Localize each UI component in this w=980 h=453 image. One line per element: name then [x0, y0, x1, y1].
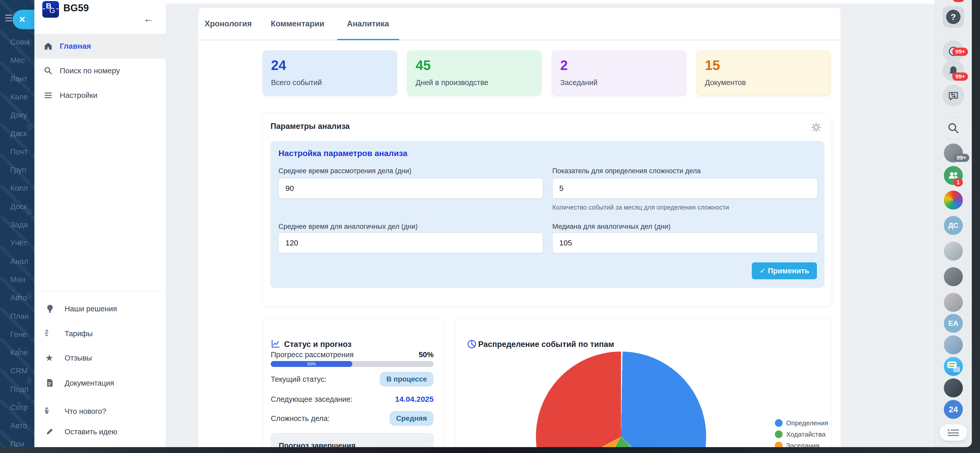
background-menu-item: Анал [10, 257, 29, 266]
complexity-badge: Средняя [390, 411, 434, 426]
sidebar-item-settings[interactable]: Настройки [34, 83, 165, 108]
legend-item: Определения [775, 417, 828, 429]
question-circle-icon: ? [45, 406, 55, 416]
pie-chart [536, 352, 706, 447]
sidebar-item-our-solutions[interactable]: Наши решения [34, 298, 165, 319]
rail-divider [945, 139, 961, 139]
complexity-indicator-input[interactable] [552, 178, 818, 199]
background-menu-item: План [10, 312, 29, 320]
legend-dot-icon [775, 431, 783, 438]
legend-label: Ходатайства [786, 431, 826, 439]
tab-analytics[interactable]: Аналитика [347, 8, 389, 40]
user-avatar-EA[interactable]: EA [944, 314, 963, 333]
hamburger-menu-icon[interactable] [5, 14, 12, 23]
stat-label: Всего событий [271, 78, 322, 87]
background-menu-item: Сотр [10, 403, 28, 412]
messenger-icon[interactable]: 99+ [943, 85, 964, 106]
tab-chronology[interactable]: Хронология [205, 8, 252, 40]
sidebar-item-label: Поиск по номеру [60, 67, 120, 75]
sidebar-item-tariffs[interactable]: $ Тарифы [34, 323, 165, 344]
user-avatar[interactable] [944, 336, 963, 354]
sidebar-item-label: Главная [60, 42, 91, 51]
sidebar-item-label: Что нового? [65, 407, 106, 416]
background-menu-item: Кале [10, 348, 28, 357]
stat-label: Документов [705, 78, 746, 87]
tab-comments[interactable]: Комментарии [271, 8, 325, 40]
section-title: Параметры анализа [270, 122, 350, 131]
check-icon: ✓ [759, 267, 766, 275]
stat-card-total-events: 24 Всего событий [262, 51, 397, 95]
background-menu-item: При [10, 440, 24, 447]
menu-lines-icon [44, 91, 53, 100]
right-rail: ?2199+99+99+1ДСEA24 [934, 0, 972, 447]
field-label: Среднее время рассмотрения дела (дни) [278, 167, 412, 175]
background-menu-item: Мон [10, 275, 25, 284]
user-avatar-24[interactable]: 24 [944, 400, 963, 419]
user-avatar-ДС[interactable]: ДС [944, 216, 963, 235]
progress-bar: 50% [271, 361, 434, 367]
chat-bubbles-icon[interactable] [944, 357, 963, 376]
search-icon[interactable] [947, 122, 960, 135]
progress-label: Прогресс рассмотрения [271, 350, 353, 359]
row-label: Текущий статус: [271, 375, 326, 383]
background-sidebar: × СовмМесЛентКалеДокуДискПочтГрупКоллДос… [0, 0, 34, 447]
sidebar-item-label: Отзывы [65, 354, 92, 362]
avg-similar-cases-input[interactable] [278, 233, 543, 253]
active-tab-underline [337, 39, 399, 40]
sidebar-item-search-by-number[interactable]: Поиск по номеру [34, 59, 165, 83]
home-icon [44, 41, 53, 51]
apply-button[interactable]: ✓ Применить [752, 262, 817, 279]
legend-item: Заседания [775, 440, 828, 447]
search-icon [44, 66, 53, 75]
header-strip [165, 0, 934, 3]
chart-legend: ОпределенияХодатайстваЗаседания [775, 417, 828, 447]
background-menu-item: Почт [10, 147, 27, 156]
legend-dot-icon [775, 419, 783, 427]
stat-label: Заседаний [560, 78, 597, 87]
brand-title: BG59 [63, 3, 89, 14]
next-hearing-date: 14.04.2025 [395, 395, 434, 404]
background-menu-item: Подп [10, 385, 29, 394]
sidebar-item-home[interactable]: Главная [34, 34, 165, 59]
field-label: Медиана для аналогичных дел (дни) [552, 223, 670, 231]
progress-bar-label: 50% [271, 361, 352, 367]
sidebar-item-whats-new[interactable]: ? Что нового? [34, 401, 165, 421]
sidebar-divider [34, 291, 165, 291]
badge-count: 99+ [952, 48, 968, 56]
sidebar-item-label: Тарифы [65, 329, 93, 338]
median-similar-cases-input[interactable] [552, 233, 818, 253]
stat-label: Дней в производстве [416, 78, 488, 87]
help-button[interactable]: ?21 [943, 6, 964, 28]
collapse-sidebar-icon[interactable]: ← [143, 13, 154, 24]
sidebar-item-label: Документация [65, 379, 114, 387]
sidebar-item-reviews[interactable]: ★ Отзывы [34, 348, 165, 368]
gear-icon[interactable] [811, 122, 821, 133]
user-avatar[interactable] [944, 293, 963, 312]
legend-item: Ходатайства [775, 429, 828, 440]
sidebar-item-label: Оставить идею [65, 428, 117, 436]
user-avatar[interactable] [944, 379, 963, 398]
stat-card-hearings: 2 Заседаний [552, 51, 686, 95]
app-avatar[interactable]: 1 [944, 191, 963, 210]
user-avatar[interactable] [944, 267, 963, 286]
sidebar-item-leave-idea[interactable]: Оставить идею [34, 421, 165, 442]
pencil-icon [45, 427, 55, 437]
rail-menu-button[interactable] [940, 424, 967, 441]
legend-label: Определения [786, 419, 828, 427]
sidebar-item-label: Наши решения [65, 305, 117, 313]
background-menu-item: Авто [10, 421, 27, 430]
bulb-icon [45, 304, 55, 314]
forecast-box: Прогноз завершения [271, 433, 434, 447]
user-avatar[interactable] [944, 242, 963, 261]
rail-divider [945, 117, 961, 118]
close-menu-button[interactable]: × [13, 10, 34, 29]
stat-card-days-in-production: 45 Дней в производстве [407, 51, 541, 95]
pie-chart-icon [467, 339, 477, 349]
badge-count: 99+ [952, 73, 968, 81]
avg-review-time-input[interactable] [278, 178, 543, 199]
background-menu-item: Мес [10, 56, 25, 65]
complexity-row: Сложность дела: Средняя [271, 410, 434, 427]
background-menu-item: Зада [10, 220, 28, 229]
sidebar-item-documentation[interactable]: Документация [34, 373, 165, 393]
form-title: Настройка параметров анализа [278, 149, 407, 158]
